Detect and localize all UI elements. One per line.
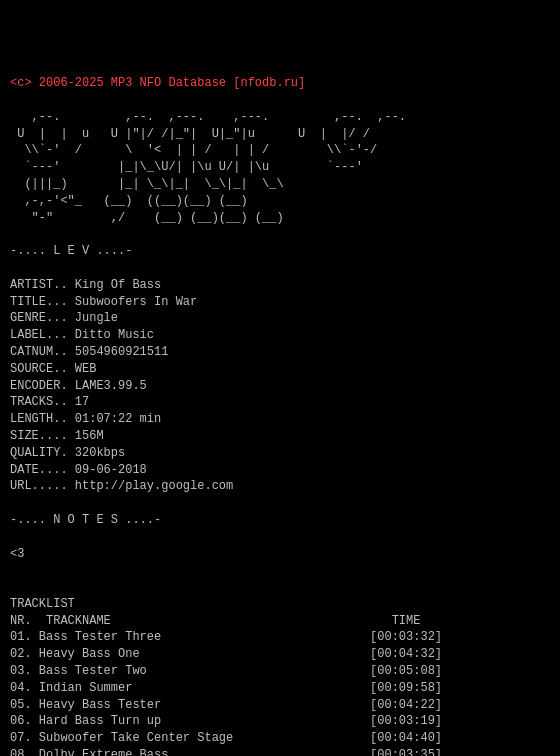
- info-genre: Jungle: [75, 311, 118, 325]
- divider-notes: -.... N O T E S ....-: [10, 513, 161, 527]
- info-encoder: LAME3.99.5: [75, 379, 147, 393]
- info-title: Subwoofers In War: [75, 295, 197, 309]
- info-catnum: 5054960921511: [75, 345, 169, 359]
- info-block: ARTIST.. King Of Bass TITLE... Subwoofer…: [10, 278, 233, 494]
- track-02: 02. Heavy Bass One [00:04:32]: [10, 647, 442, 661]
- ascii-art: ,--. ,--. ,---. ,---. ,--. ,--. U | | u …: [10, 110, 406, 225]
- info-label: Ditto Music: [75, 328, 154, 342]
- info-size: 156M: [75, 429, 104, 443]
- track-01: 01. Bass Tester Three [00:03:32]: [10, 630, 442, 644]
- info-artist: King Of Bass: [75, 278, 161, 292]
- tracklist-label: TRACKLIST: [10, 597, 75, 611]
- track-08: 08. Dolby Extreme Bass [00:03:35]: [10, 748, 442, 756]
- track-06: 06. Hard Bass Turn up [00:03:19]: [10, 714, 442, 728]
- track-05: 05. Heavy Bass Tester [00:04:22]: [10, 698, 442, 712]
- tracklist-header: NR. TRACKNAME TIME: [10, 614, 420, 628]
- copyright-link[interactable]: <c> 2006-2025 MP3 NFO Database [nfodb.ru…: [10, 76, 305, 90]
- info-url: http://play.google.com: [75, 479, 233, 493]
- track-04: 04. Indian Summer [00:09:58]: [10, 681, 442, 695]
- divider-lev: -.... L E V ....-: [10, 244, 132, 258]
- info-length: 01:07:22 min: [75, 412, 161, 426]
- info-date: 09-06-2018: [75, 463, 147, 477]
- track-07: 07. Subwoofer Take Center Stage [00:04:4…: [10, 731, 442, 745]
- notes-content: <3: [10, 547, 24, 561]
- info-tracks: 17: [75, 395, 89, 409]
- info-quality: 320kbps: [75, 446, 125, 460]
- info-source: WEB: [75, 362, 97, 376]
- track-03: 03. Bass Tester Two [00:05:08]: [10, 664, 442, 678]
